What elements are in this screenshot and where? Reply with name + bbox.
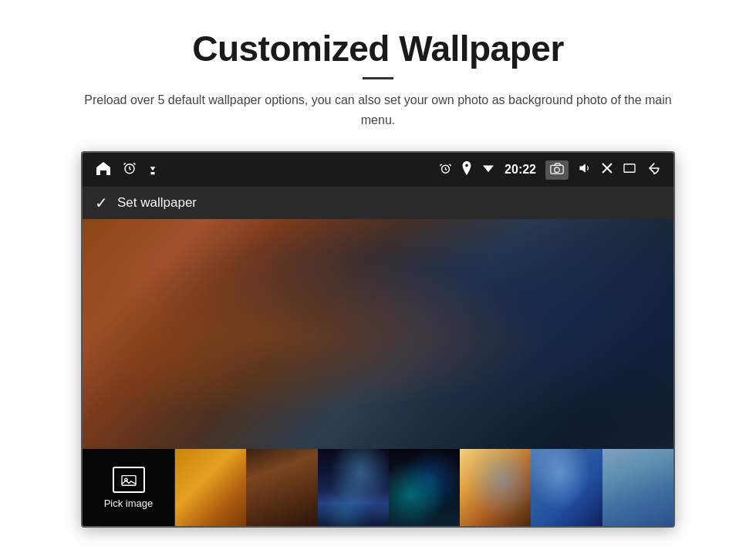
thumbnail-4[interactable] [389,449,460,526]
svg-point-4 [555,167,560,173]
status-right: 20:22 [439,160,661,180]
location-icon [461,161,472,178]
device-screen: 20:22 [81,151,675,528]
usb-icon [147,160,158,179]
close-icon[interactable] [601,162,613,177]
pick-image-button[interactable]: Pick image [83,449,175,526]
wallpaper-bar: ✓ Set wallpaper [83,187,673,219]
thumbnail-5[interactable] [460,449,531,526]
page-wrapper: Customized Wallpaper Preload over 5 defa… [0,0,756,560]
status-left [95,160,158,179]
wifi-icon [481,163,495,177]
check-icon: ✓ [95,194,108,212]
alarm2-icon [439,162,452,178]
thumbnail-2[interactable] [246,449,317,526]
status-time: 20:22 [505,163,536,177]
title-divider [363,77,393,79]
thumbnail-3[interactable] [318,449,389,526]
window-icon[interactable] [623,163,636,177]
set-wallpaper-label: Set wallpaper [117,195,197,211]
home-icon [95,160,112,179]
volume-icon [578,162,592,177]
pick-image-label: Pick image [104,498,154,509]
page-title: Customized Wallpaper [77,28,679,69]
title-section: Customized Wallpaper Preload over 5 defa… [77,28,679,130]
status-bar: 20:22 [83,153,673,187]
thumbnail-1[interactable] [175,449,246,526]
svg-rect-7 [624,164,635,173]
subtitle-text: Preload over 5 default wallpaper options… [77,90,679,130]
back-icon[interactable] [646,162,661,177]
thumbnail-7[interactable] [602,449,673,526]
camera-icon[interactable] [545,160,569,180]
wallpaper-preview [83,219,673,449]
thumbnail-6[interactable] [531,449,602,526]
alarm-icon [123,161,137,178]
svg-marker-2 [483,166,494,173]
thumbnail-strip: Pick image [83,449,673,526]
pick-image-icon [113,467,145,493]
